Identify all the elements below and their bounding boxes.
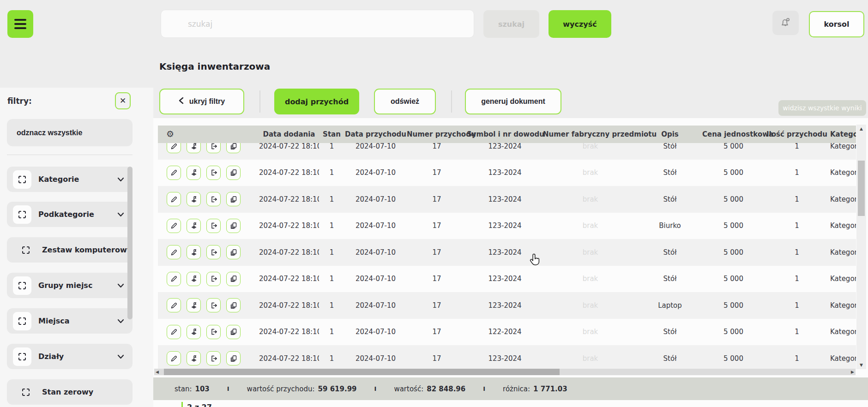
add-income-button[interactable]: dodaj przychód <box>274 89 359 114</box>
flag-button[interactable] <box>187 192 201 206</box>
cell-symbol: 123-2024 <box>467 248 543 257</box>
filters-close-button[interactable]: ✕ <box>115 92 131 109</box>
notifications-button[interactable] <box>772 11 799 35</box>
pagination[interactable]: 2 z 27 <box>181 402 212 407</box>
edit-button[interactable] <box>167 166 181 180</box>
issue-button[interactable] <box>206 272 221 286</box>
cell-cena: 5 000 <box>702 168 765 177</box>
scroll-right-icon[interactable]: ▶ <box>851 369 854 375</box>
copy-button[interactable] <box>226 245 241 259</box>
cell-cena: 5 000 <box>702 221 765 230</box>
cell-data_przychodu: 2024-07-10 <box>344 221 407 230</box>
copy-button[interactable] <box>226 298 241 312</box>
cell-opis: Stół <box>638 328 702 336</box>
edit-button[interactable] <box>167 298 181 312</box>
cell-data_przychodu: 2024-07-10 <box>344 328 407 336</box>
scroll-down-icon[interactable]: ▼ <box>856 363 866 367</box>
cell-symbol: 122-2024 <box>467 328 543 336</box>
edit-button[interactable] <box>167 272 181 286</box>
sidebar-scrollbar[interactable] <box>127 167 133 319</box>
user-button[interactable]: korsol <box>809 11 864 37</box>
copy-button[interactable] <box>226 325 241 339</box>
cell-numer_przychodu: 17 <box>407 221 467 230</box>
flag-button[interactable] <box>187 166 201 180</box>
edit-button[interactable] <box>167 351 181 365</box>
summary-item: wartość przychodu:59 619.99 <box>247 385 357 393</box>
vertical-scrollbar[interactable]: ▲ ▼ <box>856 125 866 369</box>
edit-button[interactable] <box>167 325 181 339</box>
column-header-data_przychodu: Data przychodu <box>344 130 407 138</box>
issue-button[interactable] <box>206 351 221 365</box>
issue-button[interactable] <box>206 245 221 259</box>
cell-fabryczny: brak <box>543 354 638 363</box>
cell-data_dodania: 2024-07-22 18:10 <box>259 275 319 283</box>
issue-button[interactable] <box>206 219 221 233</box>
horizontal-scrollbar-thumb[interactable] <box>164 369 560 375</box>
all-results-badge: widzisz wszystkie wyniki <box>778 100 866 116</box>
edit-button[interactable] <box>167 219 181 233</box>
filter-item-4[interactable]: Grupy miejsc <box>7 273 133 298</box>
cell-numer_przychodu: 17 <box>407 301 467 310</box>
summary-item: stan:103 <box>175 385 210 393</box>
cell-kategoria: Kategori <box>829 301 856 310</box>
deselect-all-button[interactable]: odznacz wszystkie <box>7 119 133 146</box>
scroll-up-icon[interactable]: ▲ <box>856 126 866 131</box>
flag-button[interactable] <box>187 351 201 365</box>
copy-button[interactable] <box>226 351 241 365</box>
search-button[interactable]: szukaj <box>483 10 539 38</box>
cell-opis: Stół <box>638 168 702 177</box>
filter-item-5[interactable]: Miejsca <box>7 308 133 334</box>
menu-button[interactable] <box>7 10 33 38</box>
copy-button[interactable] <box>226 272 241 286</box>
hide-filters-button[interactable]: ukryj filtry <box>159 89 244 114</box>
table-settings-gear-icon[interactable]: ⚙ <box>166 129 174 139</box>
cell-opis: Stół <box>638 195 702 204</box>
column-header-fabryczny: Numer fabryczny przedmiotu <box>543 130 638 138</box>
table-row: 2024-07-22 18:1012024-07-1017123-2024bra… <box>158 186 856 213</box>
horizontal-scrollbar[interactable]: ◀ ▶ <box>154 369 856 375</box>
flag-button[interactable] <box>187 325 201 339</box>
copy-button[interactable] <box>226 219 241 233</box>
filters-label: filtry: <box>7 96 32 106</box>
search-input[interactable] <box>161 10 474 38</box>
edit-button[interactable] <box>167 192 181 206</box>
cell-fabryczny: brak <box>543 275 638 283</box>
filter-item-label: Podkategorie <box>38 210 94 219</box>
cell-fabryczny: brak <box>543 301 638 310</box>
flag-button[interactable] <box>187 219 201 233</box>
cell-data_dodania: 2024-07-22 18:10 <box>259 328 319 336</box>
table-row: 2024-07-22 18:1012024-07-1017123-2024bra… <box>158 266 856 293</box>
filter-item-label: Grupy miejsc <box>38 281 92 290</box>
filter-item-2[interactable]: Podkategorie <box>7 202 133 227</box>
issue-button[interactable] <box>206 192 221 206</box>
filter-item-7[interactable]: Stan zerowy <box>7 379 133 405</box>
cell-data_przychodu: 2024-07-10 <box>344 275 407 283</box>
filter-item-3[interactable]: Zestaw komputerowy <box>7 237 133 263</box>
issue-button[interactable] <box>206 325 221 339</box>
generate-document-button[interactable]: generuj dokument <box>465 89 561 114</box>
filter-item-1[interactable]: Kategorie <box>7 167 133 192</box>
flag-button[interactable] <box>187 272 201 286</box>
clear-button[interactable]: wyczyść <box>549 10 611 38</box>
cell-opis: Stół <box>638 142 702 150</box>
cell-kategoria: Kategori <box>829 275 856 283</box>
refresh-button[interactable]: odśwież <box>374 89 436 114</box>
scan-corners-icon <box>17 383 35 401</box>
copy-button[interactable] <box>226 166 241 180</box>
cell-stan: 1 <box>319 142 344 150</box>
issue-button[interactable] <box>206 298 221 312</box>
copy-button[interactable] <box>226 192 241 206</box>
edit-button[interactable] <box>167 245 181 259</box>
cell-kategoria: Kategori <box>829 142 856 150</box>
flag-button[interactable] <box>187 298 201 312</box>
filter-item-6[interactable]: Działy <box>7 344 133 369</box>
cell-cena: 5 000 <box>702 195 765 204</box>
scroll-left-icon[interactable]: ◀ <box>156 369 159 375</box>
vertical-scrollbar-thumb[interactable] <box>858 161 865 216</box>
cell-symbol: 123-2024 <box>467 354 543 363</box>
cell-fabryczny: brak <box>543 195 638 204</box>
summary-item: różnica:1 771.03 <box>503 385 567 393</box>
issue-button[interactable] <box>206 166 221 180</box>
cell-fabryczny: brak <box>543 328 638 336</box>
flag-button[interactable] <box>187 245 201 259</box>
